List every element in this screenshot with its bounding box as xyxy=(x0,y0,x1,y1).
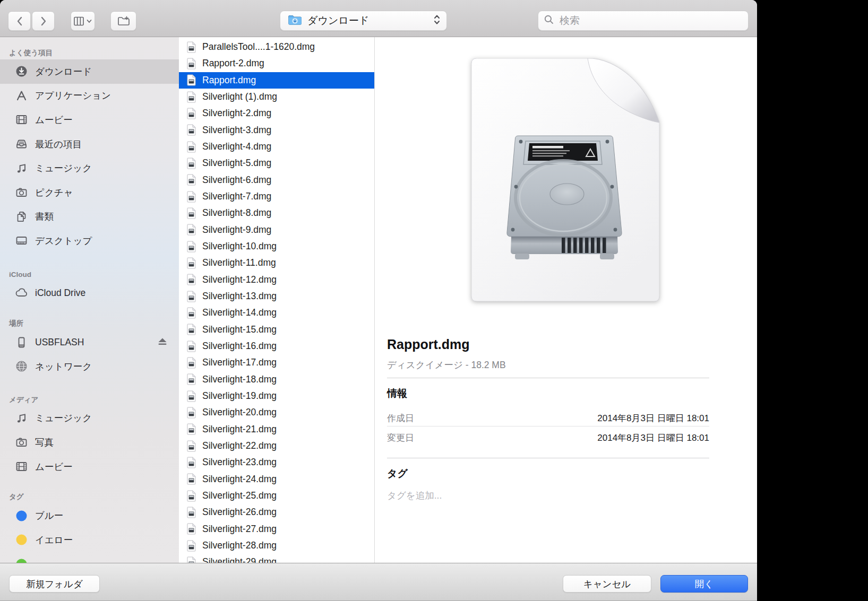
forward-button[interactable] xyxy=(32,11,55,31)
new-folder-icon xyxy=(117,16,130,27)
file-row[interactable]: Silverlight-3.dmg xyxy=(179,122,374,138)
file-row[interactable]: Silverlight-26.dmg xyxy=(179,504,374,520)
file-row[interactable]: Rapport-2.dmg xyxy=(179,55,374,72)
file-name: Silverlight-11.dmg xyxy=(202,257,276,268)
eject-icon[interactable] xyxy=(157,336,168,348)
search-input[interactable] xyxy=(558,14,743,27)
file-row[interactable]: Silverlight-27.dmg xyxy=(179,521,374,537)
file-row[interactable]: Silverlight-12.dmg xyxy=(179,272,374,288)
file-name: Silverlight-29.dmg xyxy=(202,556,277,563)
open-button[interactable]: 開く xyxy=(660,575,748,593)
search-field[interactable] xyxy=(538,11,749,31)
sidebar-item-書類[interactable]: 書類 xyxy=(0,205,179,229)
file-row[interactable]: Silverlight-17.dmg xyxy=(179,354,374,371)
file-name: Silverlight-21.dmg xyxy=(202,424,277,435)
file-name: Silverlight-4.dmg xyxy=(202,141,271,152)
sidebar-item-iCloud Drive[interactable]: iCloud Drive xyxy=(0,281,179,306)
file-row[interactable]: Silverlight-13.dmg xyxy=(179,288,374,304)
sidebar-item-label: ミュージック xyxy=(35,162,92,175)
file-row[interactable]: Silverlight-22.dmg xyxy=(179,438,374,454)
file-row[interactable]: Silverlight-6.dmg xyxy=(179,172,374,188)
file-name: Silverlight-8.dmg xyxy=(202,207,271,219)
file-name: Silverlight-20.dmg xyxy=(202,407,277,418)
screen: { "toolbar": { "location": { "label": "ダ… xyxy=(0,0,868,601)
file-row[interactable]: Silverlight-20.dmg xyxy=(179,404,374,421)
dmg-file-icon xyxy=(186,341,196,352)
dmg-file-icon xyxy=(186,124,196,136)
file-row[interactable]: Silverlight-2.dmg xyxy=(179,105,374,121)
sidebar-item-ネットワーク[interactable]: ネットワーク xyxy=(0,354,179,379)
dmg-file-icon xyxy=(186,91,196,103)
disk-image-file-icon xyxy=(471,58,659,301)
file-row[interactable]: Silverlight-10.dmg xyxy=(179,238,374,255)
file-name: Silverlight-27.dmg xyxy=(202,524,277,535)
sidebar-item-label: ムービー xyxy=(35,460,73,473)
file-row[interactable]: Silverlight-19.dmg xyxy=(179,388,374,404)
sidebar-item-ムービー[interactable]: ムービー xyxy=(0,455,179,479)
sidebar-item-ミュージック[interactable]: ミュージック xyxy=(0,156,179,180)
file-name: Silverlight-6.dmg xyxy=(202,175,271,186)
dmg-file-icon xyxy=(186,141,196,153)
modified-value: 2014年8月3日 日曜日 18:01 xyxy=(597,432,709,444)
sidebar-section-title: iCloud xyxy=(0,268,179,281)
file-row[interactable]: Silverlight-7.dmg xyxy=(179,188,374,205)
file-row[interactable]: Silverlight-5.dmg xyxy=(179,155,374,171)
file-row[interactable]: Silverlight-18.dmg xyxy=(179,371,374,388)
view-mode-button[interactable] xyxy=(71,11,95,31)
file-row[interactable]: Silverlight-8.dmg xyxy=(179,205,374,221)
file-row[interactable]: Silverlight-9.dmg xyxy=(179,222,374,238)
sidebar-item-label: USBFLASH xyxy=(35,337,84,348)
file-name: Silverlight-15.dmg xyxy=(202,324,277,335)
add-tags-field[interactable]: タグを追加... xyxy=(387,489,709,502)
chevron-right-icon xyxy=(40,16,47,27)
preview-file-name: Rapport.dmg xyxy=(387,337,709,352)
file-name: Silverlight-26.dmg xyxy=(202,507,277,518)
sidebar-item-ピクチャ[interactable]: ピクチャ xyxy=(0,180,179,205)
file-row[interactable]: Silverlight-4.dmg xyxy=(179,138,374,155)
sidebar-item-USBFLASH[interactable]: USBFLASH xyxy=(0,330,179,354)
location-dropdown[interactable]: ダウンロード xyxy=(280,11,447,31)
file-name: Silverlight-17.dmg xyxy=(202,357,277,368)
new-folder-footer-button[interactable]: 新規フォルダ xyxy=(9,575,100,593)
file-row[interactable]: Silverlight-29.dmg xyxy=(179,554,374,563)
dmg-file-icon xyxy=(186,174,196,186)
file-row[interactable]: Silverlight-24.dmg xyxy=(179,471,374,487)
sidebar-item-イエロー[interactable]: イエロー xyxy=(0,528,179,552)
sidebar-item-ムービー[interactable]: ムービー xyxy=(0,108,179,132)
sidebar-item-tag[interactable] xyxy=(0,552,179,563)
file-row[interactable]: Silverlight (1).dmg xyxy=(179,89,374,105)
sidebar-item-写真[interactable]: 写真 xyxy=(0,430,179,455)
file-name: ParallelsTool....1-1620.dmg xyxy=(202,41,315,53)
sidebar-item-ブルー[interactable]: ブルー xyxy=(0,503,179,528)
file-row[interactable]: Silverlight-23.dmg xyxy=(179,454,374,471)
file-row[interactable]: Silverlight-11.dmg xyxy=(179,255,374,271)
dmg-file-icon xyxy=(186,423,196,435)
file-row[interactable]: Silverlight-15.dmg xyxy=(179,321,374,338)
sidebar: よく使う項目ダウンロードアプリケーションムービー最近の項目ミュージックピクチャ書… xyxy=(0,37,179,563)
file-row[interactable]: Silverlight-21.dmg xyxy=(179,421,374,438)
file-row[interactable]: ParallelsTool....1-1620.dmg xyxy=(179,39,374,55)
usb-drive-icon xyxy=(14,335,28,349)
sidebar-item-label: アプリケーション xyxy=(35,89,111,102)
file-row[interactable]: Silverlight-14.dmg xyxy=(179,304,374,321)
dmg-file-icon xyxy=(186,407,196,419)
file-row[interactable]: Silverlight-25.dmg xyxy=(179,487,374,504)
music-icon xyxy=(14,411,28,425)
sidebar-item-アプリケーション[interactable]: アプリケーション xyxy=(0,84,179,108)
file-row[interactable]: Silverlight-28.dmg xyxy=(179,537,374,554)
file-name: Rapport.dmg xyxy=(202,75,256,86)
dmg-file-icon xyxy=(186,41,196,53)
sidebar-item-最近の項目[interactable]: 最近の項目 xyxy=(0,132,179,156)
column-view-icon xyxy=(74,16,92,26)
new-folder-button[interactable] xyxy=(110,11,136,31)
sidebar-item-デスクトップ[interactable]: デスクトップ xyxy=(0,229,179,253)
sidebar-item-ミュージック[interactable]: ミュージック xyxy=(0,406,179,431)
sidebar-item-ダウンロード[interactable]: ダウンロード xyxy=(0,59,179,84)
dmg-file-icon xyxy=(186,390,196,402)
back-button[interactable] xyxy=(8,11,31,31)
toolbar: ダウンロード xyxy=(0,0,757,37)
file-row[interactable]: Rapport.dmg xyxy=(179,72,374,89)
file-row[interactable]: Silverlight-16.dmg xyxy=(179,338,374,354)
sidebar-section-title: タグ xyxy=(0,490,179,503)
cancel-button[interactable]: キャンセル xyxy=(563,575,651,593)
